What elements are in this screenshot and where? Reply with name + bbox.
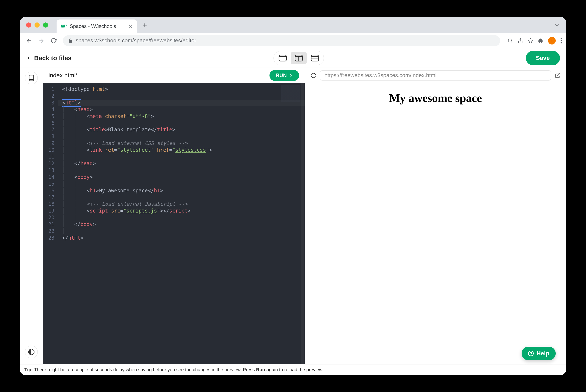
preview-body: My awesome space: [305, 83, 567, 364]
favicon-icon: W³: [61, 23, 67, 29]
tip-text-b: again to reload the preview.: [265, 367, 324, 372]
nav-forward-button[interactable]: [36, 36, 46, 46]
preview-heading: My awesome space: [311, 92, 560, 105]
code-editor[interactable]: 1234567891011121314151617181920212223 <!…: [43, 83, 305, 364]
svg-rect-9: [279, 55, 286, 61]
preview-panel: https://freewebsites.w3spaces.com/index.…: [305, 68, 567, 364]
help-button[interactable]: Help: [522, 347, 556, 360]
help-label: Help: [537, 350, 549, 357]
tip-label: Tip:: [24, 367, 33, 372]
svg-point-6: [561, 38, 562, 39]
share-icon[interactable]: [518, 38, 523, 44]
layout-split-vertical-button[interactable]: [291, 52, 307, 64]
nav-back-button[interactable]: [24, 36, 34, 46]
docs-icon[interactable]: [25, 72, 38, 84]
svg-rect-14: [311, 55, 318, 61]
svg-line-18: [558, 73, 560, 76]
zoom-icon[interactable]: [507, 38, 513, 44]
svg-point-7: [561, 40, 562, 41]
app-header: Back to files Save: [20, 48, 566, 68]
save-button[interactable]: Save: [526, 51, 560, 65]
browser-tabbar: W³ Spaces - W3schools ✕ ＋: [20, 17, 566, 33]
left-rail: [20, 68, 43, 364]
window-controls: [26, 22, 48, 28]
preview-header: https://freewebsites.w3spaces.com/index.…: [305, 68, 567, 83]
back-to-files-link[interactable]: Back to files: [26, 54, 72, 62]
address-bar[interactable]: spaces.w3schools.com/space/freewebsites/…: [63, 35, 500, 46]
nav-reload-button[interactable]: [48, 36, 59, 46]
preview-reload-icon[interactable]: [310, 72, 316, 78]
tip-text-a: There might be a a couple of seconds del…: [33, 367, 256, 372]
bookmark-star-icon[interactable]: [528, 38, 533, 44]
content-area: index.html* RUN 123456789101112131415161…: [20, 68, 566, 364]
new-tab-button[interactable]: ＋: [140, 20, 150, 30]
run-button[interactable]: RUN: [269, 70, 299, 81]
open-external-icon[interactable]: [555, 72, 561, 78]
code-content[interactable]: <!doctype html> <html>│ <head> │ │ <meta…: [58, 83, 305, 364]
address-bar-url: spaces.w3schools.com/space/freewebsites/…: [76, 37, 196, 44]
editor-header: index.html* RUN: [43, 68, 305, 83]
back-to-files-label: Back to files: [34, 54, 72, 62]
toolbar-icons: T: [507, 37, 562, 44]
profile-avatar[interactable]: T: [548, 37, 556, 44]
svg-point-2: [508, 39, 512, 42]
window-fullscreen-button[interactable]: [43, 22, 48, 28]
layout-switcher: [274, 51, 324, 65]
preview-url-bar[interactable]: https://freewebsites.w3spaces.com/index.…: [320, 70, 551, 80]
tip-bar: Tip: There might be a a couple of second…: [20, 364, 566, 375]
theme-toggle-icon[interactable]: [25, 346, 38, 358]
kebab-menu-icon[interactable]: [560, 38, 562, 44]
browser-tab[interactable]: W³ Spaces - W3schools ✕: [56, 20, 137, 33]
editor-scrollbar[interactable]: [301, 83, 305, 364]
layout-full-button[interactable]: [275, 52, 291, 64]
svg-point-8: [561, 42, 562, 44]
window-close-button[interactable]: [26, 22, 31, 28]
tab-close-icon[interactable]: ✕: [128, 23, 133, 30]
editor-panel: index.html* RUN 123456789101112131415161…: [43, 68, 305, 364]
window-minimize-button[interactable]: [34, 22, 40, 28]
minimap[interactable]: [281, 85, 300, 102]
filename-label: index.html*: [48, 72, 78, 79]
browser-toolbar: spaces.w3schools.com/space/freewebsites/…: [20, 33, 566, 48]
lock-icon: [68, 38, 73, 43]
tab-title: Spaces - W3schools: [70, 23, 116, 29]
browser-window: W³ Spaces - W3schools ✕ ＋ spaces.w3schoo…: [20, 17, 566, 375]
svg-marker-5: [528, 38, 533, 43]
extensions-icon[interactable]: [538, 38, 544, 44]
run-button-label: RUN: [276, 72, 287, 78]
preview-url-text: https://freewebsites.w3spaces.com/index.…: [325, 72, 437, 78]
layout-split-horizontal-button[interactable]: [307, 52, 323, 64]
line-gutter: 1234567891011121314151617181920212223: [43, 83, 58, 364]
tabbar-expand-icon[interactable]: [554, 22, 560, 28]
tip-run-bold: Run: [256, 367, 265, 372]
svg-line-3: [511, 42, 512, 42]
